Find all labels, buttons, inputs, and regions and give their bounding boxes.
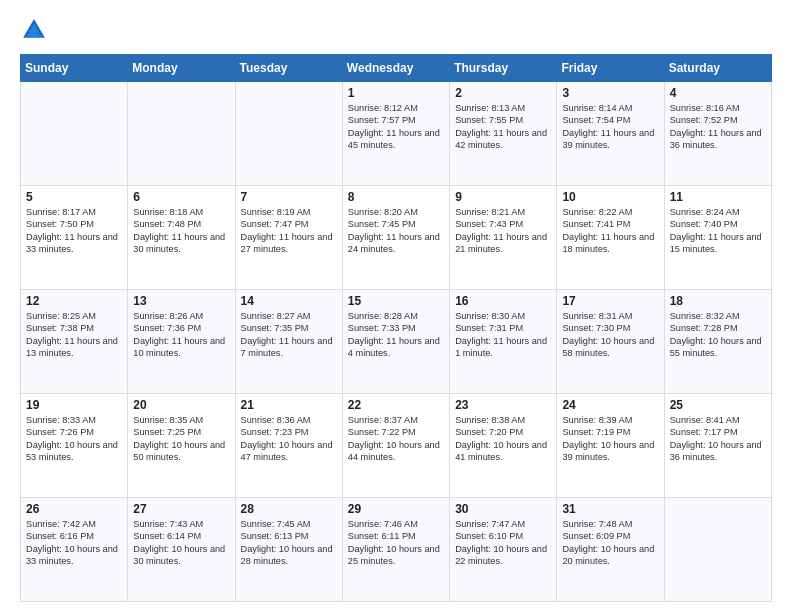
calendar-cell: 20Sunrise: 8:35 AM Sunset: 7:25 PM Dayli…: [128, 394, 235, 498]
calendar-cell: 21Sunrise: 8:36 AM Sunset: 7:23 PM Dayli…: [235, 394, 342, 498]
cell-text: Sunrise: 8:39 AM Sunset: 7:19 PM Dayligh…: [562, 414, 658, 464]
cell-text: Sunrise: 7:47 AM Sunset: 6:10 PM Dayligh…: [455, 518, 551, 568]
day-number: 15: [348, 294, 444, 308]
calendar-cell: 25Sunrise: 8:41 AM Sunset: 7:17 PM Dayli…: [664, 394, 771, 498]
cell-text: Sunrise: 7:45 AM Sunset: 6:13 PM Dayligh…: [241, 518, 337, 568]
calendar-cell: 23Sunrise: 8:38 AM Sunset: 7:20 PM Dayli…: [450, 394, 557, 498]
week-row-4: 19Sunrise: 8:33 AM Sunset: 7:26 PM Dayli…: [21, 394, 772, 498]
calendar-cell: 9Sunrise: 8:21 AM Sunset: 7:43 PM Daylig…: [450, 186, 557, 290]
weekday-header-tuesday: Tuesday: [235, 55, 342, 82]
day-number: 18: [670, 294, 766, 308]
week-row-3: 12Sunrise: 8:25 AM Sunset: 7:38 PM Dayli…: [21, 290, 772, 394]
cell-text: Sunrise: 7:48 AM Sunset: 6:09 PM Dayligh…: [562, 518, 658, 568]
day-number: 9: [455, 190, 551, 204]
weekday-header-monday: Monday: [128, 55, 235, 82]
calendar-cell: 10Sunrise: 8:22 AM Sunset: 7:41 PM Dayli…: [557, 186, 664, 290]
calendar-cell: [235, 82, 342, 186]
day-number: 30: [455, 502, 551, 516]
day-number: 11: [670, 190, 766, 204]
calendar-cell: 17Sunrise: 8:31 AM Sunset: 7:30 PM Dayli…: [557, 290, 664, 394]
weekday-header-row: SundayMondayTuesdayWednesdayThursdayFrid…: [21, 55, 772, 82]
day-number: 7: [241, 190, 337, 204]
cell-text: Sunrise: 8:18 AM Sunset: 7:48 PM Dayligh…: [133, 206, 229, 256]
day-number: 17: [562, 294, 658, 308]
day-number: 6: [133, 190, 229, 204]
calendar-cell: [128, 82, 235, 186]
cell-text: Sunrise: 8:37 AM Sunset: 7:22 PM Dayligh…: [348, 414, 444, 464]
day-number: 31: [562, 502, 658, 516]
cell-text: Sunrise: 8:38 AM Sunset: 7:20 PM Dayligh…: [455, 414, 551, 464]
calendar-cell: 3Sunrise: 8:14 AM Sunset: 7:54 PM Daylig…: [557, 82, 664, 186]
cell-text: Sunrise: 8:16 AM Sunset: 7:52 PM Dayligh…: [670, 102, 766, 152]
cell-text: Sunrise: 7:46 AM Sunset: 6:11 PM Dayligh…: [348, 518, 444, 568]
weekday-header-thursday: Thursday: [450, 55, 557, 82]
day-number: 19: [26, 398, 122, 412]
cell-text: Sunrise: 8:36 AM Sunset: 7:23 PM Dayligh…: [241, 414, 337, 464]
calendar-cell: 19Sunrise: 8:33 AM Sunset: 7:26 PM Dayli…: [21, 394, 128, 498]
day-number: 13: [133, 294, 229, 308]
cell-text: Sunrise: 8:21 AM Sunset: 7:43 PM Dayligh…: [455, 206, 551, 256]
calendar-cell: 30Sunrise: 7:47 AM Sunset: 6:10 PM Dayli…: [450, 498, 557, 602]
cell-text: Sunrise: 8:12 AM Sunset: 7:57 PM Dayligh…: [348, 102, 444, 152]
calendar-cell: 8Sunrise: 8:20 AM Sunset: 7:45 PM Daylig…: [342, 186, 449, 290]
calendar-cell: 15Sunrise: 8:28 AM Sunset: 7:33 PM Dayli…: [342, 290, 449, 394]
day-number: 24: [562, 398, 658, 412]
calendar-cell: 2Sunrise: 8:13 AM Sunset: 7:55 PM Daylig…: [450, 82, 557, 186]
calendar-cell: [664, 498, 771, 602]
day-number: 5: [26, 190, 122, 204]
cell-text: Sunrise: 8:20 AM Sunset: 7:45 PM Dayligh…: [348, 206, 444, 256]
calendar-cell: 27Sunrise: 7:43 AM Sunset: 6:14 PM Dayli…: [128, 498, 235, 602]
calendar-cell: [21, 82, 128, 186]
logo-icon: [20, 16, 48, 44]
weekday-header-sunday: Sunday: [21, 55, 128, 82]
cell-text: Sunrise: 8:14 AM Sunset: 7:54 PM Dayligh…: [562, 102, 658, 152]
calendar-cell: 22Sunrise: 8:37 AM Sunset: 7:22 PM Dayli…: [342, 394, 449, 498]
day-number: 28: [241, 502, 337, 516]
cell-text: Sunrise: 8:19 AM Sunset: 7:47 PM Dayligh…: [241, 206, 337, 256]
calendar-cell: 4Sunrise: 8:16 AM Sunset: 7:52 PM Daylig…: [664, 82, 771, 186]
calendar-cell: 26Sunrise: 7:42 AM Sunset: 6:16 PM Dayli…: [21, 498, 128, 602]
calendar-cell: 14Sunrise: 8:27 AM Sunset: 7:35 PM Dayli…: [235, 290, 342, 394]
day-number: 25: [670, 398, 766, 412]
logo: [20, 16, 52, 44]
cell-text: Sunrise: 8:26 AM Sunset: 7:36 PM Dayligh…: [133, 310, 229, 360]
cell-text: Sunrise: 8:32 AM Sunset: 7:28 PM Dayligh…: [670, 310, 766, 360]
calendar-cell: 24Sunrise: 8:39 AM Sunset: 7:19 PM Dayli…: [557, 394, 664, 498]
cell-text: Sunrise: 8:25 AM Sunset: 7:38 PM Dayligh…: [26, 310, 122, 360]
day-number: 12: [26, 294, 122, 308]
calendar-cell: 1Sunrise: 8:12 AM Sunset: 7:57 PM Daylig…: [342, 82, 449, 186]
cell-text: Sunrise: 8:30 AM Sunset: 7:31 PM Dayligh…: [455, 310, 551, 360]
day-number: 2: [455, 86, 551, 100]
day-number: 29: [348, 502, 444, 516]
cell-text: Sunrise: 8:24 AM Sunset: 7:40 PM Dayligh…: [670, 206, 766, 256]
calendar-cell: 6Sunrise: 8:18 AM Sunset: 7:48 PM Daylig…: [128, 186, 235, 290]
cell-text: Sunrise: 8:33 AM Sunset: 7:26 PM Dayligh…: [26, 414, 122, 464]
day-number: 1: [348, 86, 444, 100]
weekday-header-saturday: Saturday: [664, 55, 771, 82]
day-number: 8: [348, 190, 444, 204]
cell-text: Sunrise: 8:41 AM Sunset: 7:17 PM Dayligh…: [670, 414, 766, 464]
cell-text: Sunrise: 8:22 AM Sunset: 7:41 PM Dayligh…: [562, 206, 658, 256]
calendar-cell: 13Sunrise: 8:26 AM Sunset: 7:36 PM Dayli…: [128, 290, 235, 394]
cell-text: Sunrise: 7:43 AM Sunset: 6:14 PM Dayligh…: [133, 518, 229, 568]
day-number: 27: [133, 502, 229, 516]
cell-text: Sunrise: 8:28 AM Sunset: 7:33 PM Dayligh…: [348, 310, 444, 360]
header: [20, 16, 772, 44]
cell-text: Sunrise: 7:42 AM Sunset: 6:16 PM Dayligh…: [26, 518, 122, 568]
calendar-cell: 11Sunrise: 8:24 AM Sunset: 7:40 PM Dayli…: [664, 186, 771, 290]
day-number: 20: [133, 398, 229, 412]
calendar-cell: 12Sunrise: 8:25 AM Sunset: 7:38 PM Dayli…: [21, 290, 128, 394]
weekday-header-wednesday: Wednesday: [342, 55, 449, 82]
day-number: 21: [241, 398, 337, 412]
calendar-table: SundayMondayTuesdayWednesdayThursdayFrid…: [20, 54, 772, 602]
weekday-header-friday: Friday: [557, 55, 664, 82]
calendar-cell: 7Sunrise: 8:19 AM Sunset: 7:47 PM Daylig…: [235, 186, 342, 290]
week-row-1: 1Sunrise: 8:12 AM Sunset: 7:57 PM Daylig…: [21, 82, 772, 186]
week-row-5: 26Sunrise: 7:42 AM Sunset: 6:16 PM Dayli…: [21, 498, 772, 602]
calendar-cell: 29Sunrise: 7:46 AM Sunset: 6:11 PM Dayli…: [342, 498, 449, 602]
calendar-cell: 5Sunrise: 8:17 AM Sunset: 7:50 PM Daylig…: [21, 186, 128, 290]
cell-text: Sunrise: 8:31 AM Sunset: 7:30 PM Dayligh…: [562, 310, 658, 360]
cell-text: Sunrise: 8:17 AM Sunset: 7:50 PM Dayligh…: [26, 206, 122, 256]
week-row-2: 5Sunrise: 8:17 AM Sunset: 7:50 PM Daylig…: [21, 186, 772, 290]
page: SundayMondayTuesdayWednesdayThursdayFrid…: [0, 0, 792, 612]
